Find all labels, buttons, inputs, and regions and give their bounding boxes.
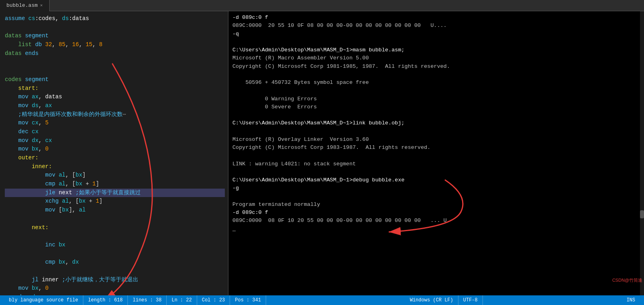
- status-length: length : 618: [83, 295, 128, 305]
- term-line-22: -g: [232, 184, 640, 192]
- code-line-21: jle next ;如果小于等于就直接跳过: [5, 189, 225, 197]
- status-lines: lines : 38: [128, 295, 167, 305]
- tab-bubble-asm[interactable]: bubble.asm ×: [0, 0, 50, 11]
- code-line-4: list db 32, 85, 16, 15, 8: [5, 41, 225, 49]
- term-line-11: 0 Warning Errors: [232, 95, 640, 103]
- code-line-9: start:: [5, 84, 225, 93]
- code-line-13: mov cx, 5: [5, 119, 225, 128]
- mode-label: INS: [626, 297, 635, 303]
- term-blank3: [232, 87, 640, 95]
- ln-label: Ln : 22: [172, 297, 192, 303]
- term-line-19: LINK : warning L4021: no stack segment: [232, 160, 640, 168]
- code-blank3: [5, 215, 225, 224]
- term-line-5: C:\Users\Admin\Desktop\Masm\MASM_D~1>mas…: [232, 46, 640, 54]
- code-blank1: [5, 58, 225, 67]
- code-editor: assume cs:codes, ds:datas datas segment …: [0, 11, 228, 295]
- code-line-3: datas segment: [5, 32, 225, 41]
- code-blank2: [5, 67, 225, 75]
- code-line-25: next:: [5, 224, 225, 232]
- term-line-14: C:\Users\Admin\Desktop\Masm\MASM_D~1>lin…: [232, 119, 640, 127]
- code-blank5: [5, 250, 225, 258]
- code-line-blank: [5, 23, 225, 32]
- file-type-label: bly language source file: [9, 297, 78, 303]
- term-line-6: Microsoft (R) Macro Assembler Version 5.…: [232, 54, 640, 62]
- term-line-1: -d 089c:0 f: [232, 14, 640, 22]
- term-line-24: Program terminated normally: [232, 201, 640, 209]
- status-mode: INS: [622, 295, 640, 305]
- term-line-21: C:\Users\Admin\Desktop\Masm\MASM_D~1>deb…: [232, 176, 640, 184]
- pos-label: Pos : 341: [235, 297, 261, 303]
- code-line-10: mov ax, datas: [5, 93, 225, 102]
- length-label: length : 618: [88, 297, 123, 303]
- code-line-32: mov bx, 0: [5, 284, 225, 293]
- code-line-33: dec dx: [5, 293, 225, 295]
- term-blank7: [232, 168, 640, 176]
- watermark: CSDN@竹筒逢: [612, 277, 642, 284]
- status-ln: Ln : 22: [167, 295, 197, 305]
- term-blank6: [232, 152, 640, 160]
- code-line-27: inc bx: [5, 241, 225, 250]
- term-blank5: [232, 128, 640, 136]
- status-eol: Windows (CR LF): [405, 295, 458, 305]
- code-line-5: datas ends: [5, 49, 225, 58]
- tab-bar: bubble.asm ×: [0, 0, 644, 11]
- term-blank1: [232, 38, 640, 46]
- term-line-25: -d 089c:0 f: [232, 209, 640, 217]
- code-line-18: inner:: [5, 163, 225, 171]
- status-bar: bly language source file length : 618 li…: [0, 295, 644, 305]
- code-line-14: dec cx: [5, 128, 225, 136]
- status-pos: Pos : 341: [230, 295, 266, 305]
- status-encoding: UTF-8: [458, 295, 483, 305]
- code-line-22: xchg al, [bx + 1]: [5, 197, 225, 206]
- lines-label: lines : 38: [133, 297, 162, 303]
- code-line-16: mov bx, 0: [5, 145, 225, 154]
- eol-label: Windows (CR LF): [410, 297, 453, 303]
- col-label: Col : 23: [202, 297, 225, 303]
- code-line-8: codes segment: [5, 75, 225, 84]
- close-tab-button[interactable]: ×: [40, 3, 43, 8]
- code-blank4: [5, 232, 225, 241]
- code-line-15: mov dx, cx: [5, 136, 225, 145]
- code-line-17: outer:: [5, 154, 225, 163]
- scrollbar-track[interactable]: [640, 11, 644, 295]
- code-line-1: assume cs:codes, ds:datas: [5, 14, 225, 23]
- code-blank6: [5, 267, 225, 276]
- main-area: assume cs:codes, ds:datas datas segment …: [0, 11, 644, 295]
- code-line-11: mov ds, ax: [5, 102, 225, 110]
- term-blank4: [232, 111, 640, 119]
- tab-filename: bubble.asm: [6, 2, 38, 8]
- term-cursor: _: [232, 225, 640, 233]
- code-line-29: cmp bx, dx: [5, 258, 225, 267]
- term-line-16: Microsoft (R) Overlay Linker Version 3.6…: [232, 136, 640, 144]
- term-blank2: [232, 71, 640, 79]
- term-line-7: Copyright (C) Microsoft Corp 1981-1985, …: [232, 63, 640, 71]
- code-line-31: jl inner ;小于就继续，大于等于就退出: [5, 276, 225, 285]
- code-line-12: ;精华就是内循环次数和剩余的外循环次数⋯: [5, 110, 225, 119]
- scrollbar-thumb[interactable]: [640, 210, 644, 218]
- term-line-3: -q: [232, 30, 640, 38]
- status-file-type: bly language source file: [4, 295, 83, 305]
- code-line-19: mov al, [bx]: [5, 171, 225, 180]
- terminal-pane: -d 089c:0 f 089C:0000 20 55 10 0F 08 00 …: [228, 11, 644, 295]
- encoding-label: UTF-8: [463, 297, 478, 303]
- term-line-9: 50596 + 450732 Bytes symbol space free: [232, 79, 640, 87]
- term-line-17: Copyright (C) Microsoft Corp 1983-1987. …: [232, 144, 640, 152]
- term-blank8: [232, 193, 640, 201]
- term-line-2: 089C:0000 20 55 10 0F 08 00 00 00-00 00 …: [232, 22, 640, 30]
- code-line-20: cmp al, [bx + 1]: [5, 180, 225, 189]
- status-col: Col : 23: [197, 295, 230, 305]
- code-line-23: mov [bx], al: [5, 206, 225, 215]
- term-line-26: 089C:0000 08 0F 10 20 55 00 00 00-00 00 …: [232, 217, 640, 225]
- term-line-12: 0 Severe Errors: [232, 103, 640, 111]
